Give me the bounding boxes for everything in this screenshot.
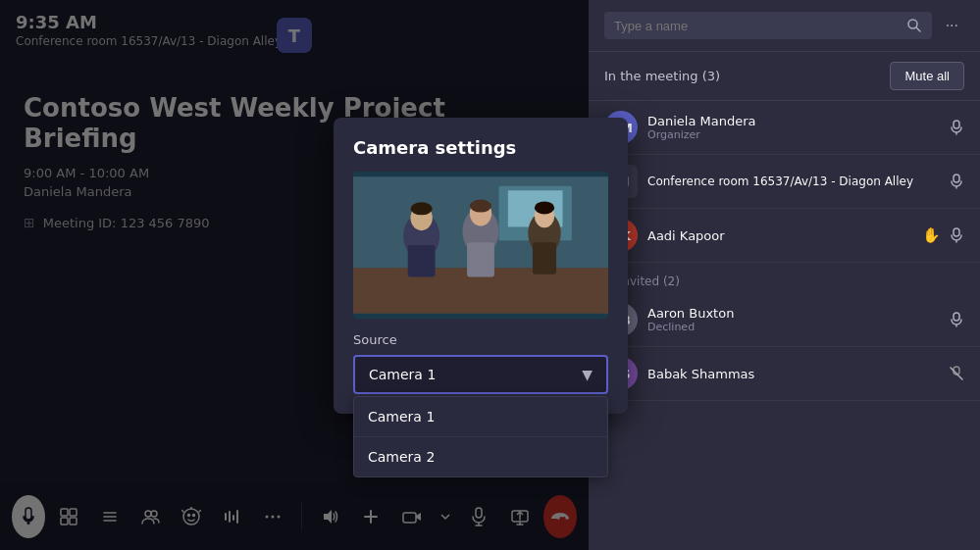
participant-info: Babak Shammas [647, 367, 939, 381]
list-item: AB Aaron Buxton Declined [589, 293, 980, 347]
camera-option-2[interactable]: Camera 2 [354, 437, 607, 476]
camera-preview [353, 172, 608, 319]
source-label: Source [353, 332, 608, 347]
search-icon-button[interactable] [906, 18, 922, 33]
participant-controls: ✋ [922, 226, 964, 244]
camera-dropdown-menu: Camera 1 Camera 2 [353, 396, 608, 477]
participant-info: Aaron Buxton Declined [647, 306, 939, 333]
panel-more-button[interactable]: ··· [940, 13, 964, 38]
in-meeting-row: In the meeting (3) Mute all [589, 52, 980, 101]
svg-point-57 [470, 200, 491, 213]
mic-icon [949, 174, 964, 189]
participant-name: Conference room 16537/Av/13 - Diagon All… [647, 175, 939, 188]
invited-section: rs invited (2) [589, 263, 980, 293]
svg-rect-58 [467, 242, 494, 276]
svg-line-34 [916, 27, 920, 31]
participant-name: Aadi Kapoor [647, 228, 912, 243]
search-container [604, 12, 932, 39]
participant-mic-button[interactable] [949, 174, 964, 189]
svg-rect-42 [954, 313, 959, 321]
svg-rect-40 [954, 228, 959, 236]
participant-name: Aaron Buxton [647, 306, 939, 321]
participant-controls [949, 120, 964, 135]
participant-controls [949, 366, 964, 381]
mic-icon [949, 120, 964, 135]
participant-list: DM Daniela Mandera Organizer [589, 101, 980, 550]
participant-info: Daniela Mandera Organizer [647, 114, 939, 141]
mic-icon [949, 312, 964, 327]
camera-option-1[interactable]: Camera 1 [354, 397, 607, 437]
participant-mic-button[interactable] [949, 312, 964, 327]
camera-feed-svg [353, 172, 608, 319]
svg-point-53 [411, 202, 433, 215]
mic-icon [949, 227, 964, 243]
list-item: BS Babak Shammas [589, 347, 980, 401]
source-select-box[interactable]: Camera 1 ▼ [353, 355, 608, 394]
participant-role: Organizer [647, 128, 939, 141]
participant-controls [949, 174, 964, 189]
list-item: AK Aadi Kapoor ✋ [589, 209, 980, 263]
chevron-down-icon: ▼ [582, 367, 593, 382]
participant-info: Conference room 16537/Av/13 - Diagon All… [647, 175, 939, 188]
participant-name: Daniela Mandera [647, 114, 939, 128]
list-item: DM Daniela Mandera Organizer [589, 101, 980, 155]
modal-title: Camera settings [353, 137, 608, 158]
camera-settings-modal: Camera settings [334, 118, 628, 414]
participant-controls [949, 312, 964, 327]
selected-camera-label: Camera 1 [369, 367, 436, 382]
participant-info: Aadi Kapoor [647, 228, 912, 243]
svg-point-61 [535, 201, 554, 214]
svg-rect-35 [954, 121, 959, 128]
source-select-container: Camera 1 ▼ Camera 1 Camera 2 [353, 355, 608, 394]
list-item: Conference room 16537/Av/13 - Diagon All… [589, 155, 980, 209]
participant-mic-button[interactable] [949, 366, 964, 381]
participant-role: Declined [647, 321, 939, 333]
participant-mic-button[interactable] [949, 120, 964, 135]
svg-rect-54 [408, 245, 436, 277]
hand-raised-icon-button[interactable]: ✋ [922, 226, 941, 244]
svg-line-45 [951, 368, 962, 379]
search-input[interactable] [614, 19, 901, 33]
participants-header: ··· [589, 0, 980, 52]
svg-rect-38 [954, 175, 959, 182]
mute-all-button[interactable]: Mute all [890, 62, 964, 90]
mic-muted-icon [949, 366, 964, 381]
in-meeting-label: In the meeting (3) [604, 69, 720, 83]
participant-name: Babak Shammas [647, 367, 939, 381]
search-icon [906, 18, 922, 33]
svg-rect-62 [533, 242, 556, 275]
participant-mic-button[interactable] [949, 227, 964, 243]
modal-overlay: Camera settings [0, 0, 589, 550]
right-panel: ··· In the meeting (3) Mute all DM Danie… [589, 0, 980, 550]
